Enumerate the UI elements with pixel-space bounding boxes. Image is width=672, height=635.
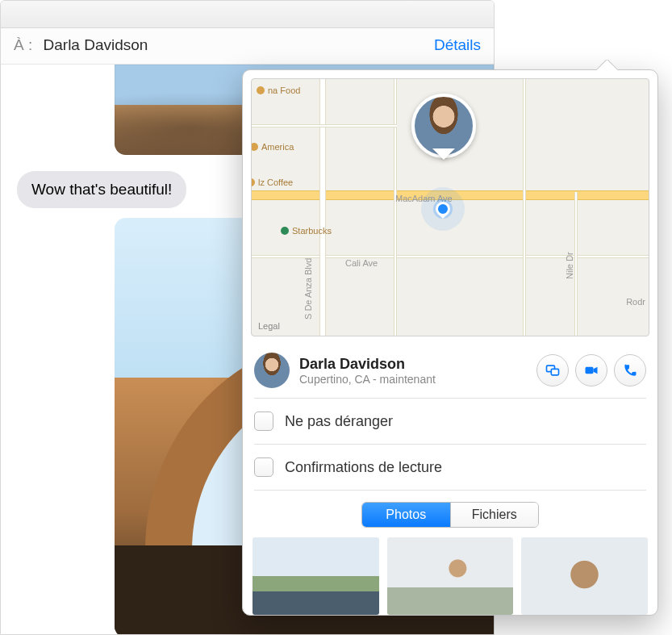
conversation-header: À : Darla Davidson Détails (1, 28, 494, 65)
location-map[interactable]: na Food America lz Coffee Starbucks MacA… (251, 78, 649, 336)
divider (254, 490, 646, 491)
map-street-label: S De Anza Blvd (303, 258, 313, 320)
to-label: À : (14, 36, 32, 53)
map-poi: na Food (257, 86, 300, 95)
tab-photos[interactable]: Photos (362, 503, 450, 527)
map-poi: America (251, 142, 294, 152)
map-legal-link[interactable]: Legal (258, 321, 280, 331)
map-road (319, 79, 326, 336)
contact-info-row: Darla Davidson Cupertino, CA - maintenan… (243, 345, 657, 398)
phone-icon (622, 362, 638, 378)
popover-arrow (596, 60, 617, 70)
video-icon (583, 362, 599, 378)
attachment-thumbnails (243, 537, 657, 615)
map-road (523, 79, 526, 336)
map-street-label: Cali Ave (345, 258, 378, 268)
contact-avatar-pin[interactable] (411, 94, 476, 158)
map-road (574, 192, 578, 336)
contact-action-buttons (536, 354, 646, 386)
dnd-checkbox[interactable] (254, 411, 273, 431)
read-receipts-checkbox[interactable] (254, 457, 273, 477)
video-call-button[interactable] (575, 354, 607, 386)
screen-share-button[interactable] (536, 354, 569, 386)
map-road (252, 124, 397, 127)
do-not-disturb-row[interactable]: Ne pas déranger (243, 399, 657, 444)
contact-name: Darla Davidson (299, 356, 436, 373)
audio-call-button[interactable] (614, 354, 646, 386)
read-receipts-label: Confirmations de lecture (285, 459, 442, 476)
contact-location-line: Cupertino, CA - maintenant (299, 373, 436, 386)
map-street-label: Nile Dr (565, 252, 574, 279)
dnd-label: Ne pas déranger (285, 413, 393, 430)
map-street-label: Rodr (626, 297, 645, 307)
details-popover: na Food America lz Coffee Starbucks MacA… (242, 69, 658, 616)
tab-files[interactable]: Fichiers (450, 503, 539, 527)
svg-rect-2 (586, 367, 594, 374)
window-titlebar (1, 1, 494, 28)
contact-avatar[interactable] (254, 353, 290, 388)
attachment-thumbnail[interactable] (521, 537, 648, 615)
details-button[interactable]: Détails (434, 36, 481, 54)
read-receipts-row[interactable]: Confirmations de lecture (243, 445, 657, 490)
attachments-segmented-control: Photos Fichiers (361, 502, 539, 528)
map-poi: lz Coffee (251, 178, 293, 187)
recipient-field: À : Darla Davidson (14, 36, 148, 54)
location-dot-icon (436, 202, 450, 216)
attachment-thumbnail[interactable] (387, 537, 514, 615)
attachment-thumbnail[interactable] (253, 537, 379, 615)
svg-rect-1 (551, 369, 558, 375)
received-message-bubble[interactable]: Wow that's beautiful! (17, 171, 186, 208)
map-road (394, 79, 397, 336)
recipient-name[interactable]: Darla Davidson (44, 36, 148, 53)
screens-icon (545, 362, 561, 378)
contact-text: Darla Davidson Cupertino, CA - maintenan… (299, 356, 436, 386)
map-poi: Starbucks (281, 226, 332, 236)
